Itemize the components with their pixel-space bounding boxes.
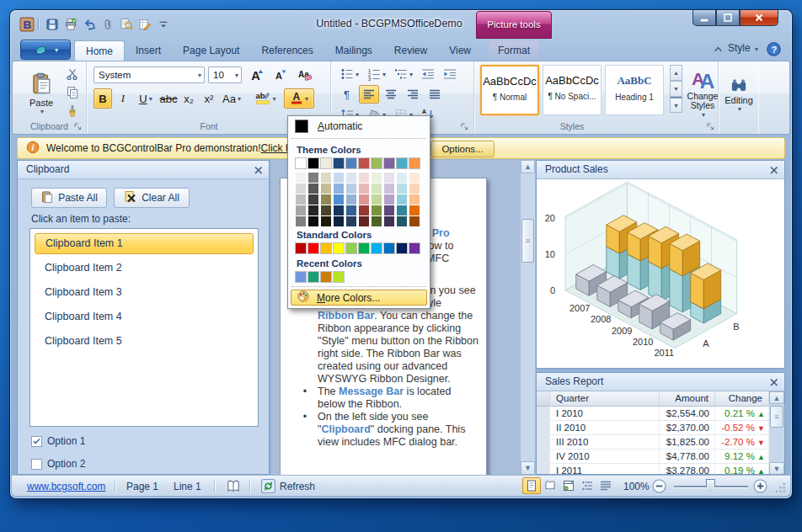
color-swatch[interactable] xyxy=(397,205,407,215)
font-name-combo[interactable]: System▾ xyxy=(94,66,205,83)
tab-view[interactable]: View xyxy=(438,40,482,61)
editing-button[interactable]: Editing ▾ xyxy=(723,65,755,124)
color-swatch[interactable] xyxy=(296,272,306,282)
color-swatch[interactable] xyxy=(346,184,356,194)
color-swatch[interactable] xyxy=(334,216,344,226)
color-swatch[interactable] xyxy=(384,216,394,226)
style-item-heading-1[interactable]: AaBbCHeading 1 xyxy=(605,65,664,115)
website-link[interactable]: www.bcgsoft.com xyxy=(27,481,105,492)
color-swatch[interactable] xyxy=(321,243,331,253)
clipboard-item[interactable]: Clipboard Item 2 xyxy=(35,258,254,279)
view-outline-button[interactable] xyxy=(578,477,596,494)
color-swatch[interactable] xyxy=(296,184,306,194)
gallery-more-icon[interactable]: ▼ xyxy=(670,97,682,113)
color-swatch[interactable] xyxy=(359,173,369,183)
color-swatch[interactable] xyxy=(384,243,394,253)
cut-button[interactable] xyxy=(61,66,83,82)
color-swatch[interactable] xyxy=(321,173,331,183)
align-justify-button[interactable] xyxy=(425,85,445,104)
tab-mailings[interactable]: Mailings xyxy=(324,40,383,61)
color-swatch[interactable] xyxy=(409,184,420,194)
color-swatch[interactable] xyxy=(334,272,344,282)
color-swatch[interactable] xyxy=(397,243,407,253)
clipboard-item[interactable]: Clipboard Item 3 xyxy=(35,282,254,303)
color-swatch[interactable] xyxy=(397,173,407,183)
numbering-button[interactable]: 123▾ xyxy=(364,65,389,83)
superscript-button[interactable]: x² xyxy=(200,88,218,109)
clipboard-item[interactable]: Clipboard Item 5 xyxy=(35,331,254,352)
align-left-button[interactable] xyxy=(359,85,379,104)
edit-icon[interactable] xyxy=(136,16,153,32)
color-swatch[interactable] xyxy=(384,194,394,205)
view-draft-button[interactable] xyxy=(596,477,615,494)
checkbox-checked[interactable] xyxy=(31,436,42,447)
color-swatch[interactable] xyxy=(384,173,394,183)
tab-page-layout[interactable]: Page Layout xyxy=(172,40,250,61)
checkbox-unchecked[interactable] xyxy=(31,459,42,470)
color-swatch[interactable] xyxy=(296,173,306,183)
style-menu-button[interactable]: Style ▾ xyxy=(728,42,758,54)
scroll-down-icon[interactable]: ▼ xyxy=(769,462,784,475)
scroll-thumb[interactable]: ≡ xyxy=(521,219,534,263)
subscript-button[interactable]: x₂ xyxy=(179,88,198,109)
color-swatch[interactable] xyxy=(321,158,331,168)
color-swatch[interactable] xyxy=(296,205,306,215)
multilevel-list-button[interactable]: ▾ xyxy=(391,65,416,83)
document-scrollbar[interactable]: ▲ ≡ ▼ xyxy=(521,160,535,475)
underline-button[interactable]: U▾ xyxy=(134,88,158,109)
color-swatch[interactable] xyxy=(372,216,382,226)
color-swatch[interactable] xyxy=(409,216,420,226)
color-swatch[interactable] xyxy=(346,194,356,205)
column-header-change[interactable]: Change xyxy=(715,391,769,407)
help-icon[interactable]: ? xyxy=(767,42,781,56)
scroll-up-icon[interactable]: ▲ xyxy=(769,391,784,404)
gallery-up-icon[interactable]: ▲ xyxy=(670,65,682,81)
color-swatch[interactable] xyxy=(359,194,369,205)
application-button[interactable]: ▾ xyxy=(20,40,71,60)
color-swatch[interactable] xyxy=(409,194,420,205)
color-swatch[interactable] xyxy=(334,243,344,253)
scroll-down-icon[interactable]: ▼ xyxy=(521,461,535,475)
dialog-launcher-icon[interactable] xyxy=(460,122,470,132)
table-row[interactable]: IV 2010 $4,778.00 9.12 % ▲ xyxy=(537,450,769,464)
color-swatch[interactable] xyxy=(359,243,369,253)
zoom-in-icon[interactable] xyxy=(753,479,767,496)
align-center-button[interactable] xyxy=(381,85,401,104)
color-swatch[interactable] xyxy=(409,158,420,168)
tab-references[interactable]: References xyxy=(250,40,323,61)
color-swatch[interactable] xyxy=(308,184,318,194)
align-right-button[interactable] xyxy=(403,85,423,104)
book-icon[interactable] xyxy=(226,479,241,497)
close-pane-icon[interactable] xyxy=(767,375,781,389)
color-swatch[interactable] xyxy=(334,158,344,168)
shrink-font-button[interactable]: A xyxy=(270,66,292,84)
save-icon[interactable] xyxy=(44,16,61,32)
close-pane-icon[interactable] xyxy=(767,163,781,177)
color-swatch[interactable] xyxy=(384,205,394,215)
paste-all-button[interactable]: Paste All xyxy=(31,188,107,208)
close-pane-icon[interactable] xyxy=(252,163,265,177)
clipboard-item[interactable]: Clipboard Item 1 xyxy=(35,233,254,254)
color-swatch[interactable] xyxy=(359,205,369,215)
color-swatch[interactable] xyxy=(397,184,407,194)
style-item--no-spaci-[interactable]: AaBbCcDc¶ No Spaci... xyxy=(543,65,602,115)
color-swatch[interactable] xyxy=(372,243,382,253)
options-button[interactable]: Options... xyxy=(430,141,495,157)
color-swatch[interactable] xyxy=(296,158,306,168)
color-swatch[interactable] xyxy=(308,205,318,215)
minimize-button[interactable] xyxy=(692,10,716,26)
color-swatch[interactable] xyxy=(296,194,306,205)
attach-icon[interactable] xyxy=(99,16,116,32)
color-swatch[interactable] xyxy=(334,173,344,183)
color-swatch[interactable] xyxy=(296,216,306,226)
color-swatch[interactable] xyxy=(308,243,318,253)
view-web-button[interactable] xyxy=(559,477,578,494)
zoom-slider-thumb[interactable] xyxy=(706,479,715,492)
color-swatch[interactable] xyxy=(372,158,382,168)
scroll-thumb[interactable]: ≡ xyxy=(770,406,783,428)
style-item--normal[interactable]: AaBbCcDc¶ Normal xyxy=(480,65,539,115)
change-case-button[interactable]: Aa▾ xyxy=(220,88,243,109)
decrease-indent-button[interactable] xyxy=(418,65,438,83)
refresh-icon[interactable] xyxy=(261,479,275,496)
maximize-button[interactable] xyxy=(716,10,740,26)
